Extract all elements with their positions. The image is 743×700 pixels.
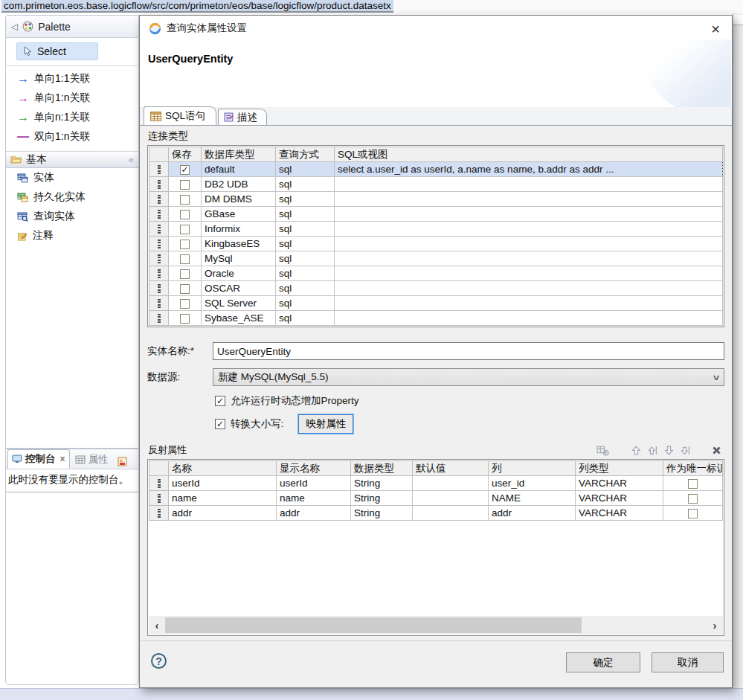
palette-tool-comment[interactable]: 注释 [6, 226, 138, 245]
file-path[interactable]: com.primeton.eos.base.logicflow/src/com/… [1, 0, 393, 13]
edit-properties-icon[interactable] [596, 445, 609, 456]
checkbox-unchecked[interactable] [688, 494, 698, 504]
ok-button[interactable]: 确定 [566, 652, 640, 672]
cancel-button[interactable]: 取消 [652, 652, 724, 672]
save-cell[interactable] [169, 266, 202, 281]
checkbox-unchecked[interactable] [180, 225, 190, 234]
horizontal-scrollbar[interactable]: ‹ › [149, 616, 723, 635]
row-handle[interactable] [149, 476, 169, 491]
table-row[interactable]: addr addr String addr VARCHAR [149, 506, 723, 521]
scroll-right-icon[interactable]: › [707, 618, 723, 633]
checkbox-unchecked[interactable] [180, 254, 190, 264]
checkbox-unchecked[interactable] [180, 314, 190, 324]
checkbox-unchecked[interactable] [180, 269, 190, 279]
header-default[interactable]: 默认值 [413, 461, 489, 476]
row-handle[interactable] [149, 207, 169, 222]
tab-partial[interactable] [114, 455, 131, 469]
close-icon[interactable]: × [60, 454, 65, 464]
scrollbar-thumb[interactable] [165, 617, 582, 633]
unique-cell[interactable] [663, 506, 723, 521]
checkbox-unchecked[interactable] [688, 509, 698, 518]
table-row[interactable]: name name String NAME VARCHAR [149, 491, 723, 506]
save-cell[interactable] [169, 281, 202, 296]
unique-cell[interactable] [663, 476, 723, 491]
save-cell[interactable] [169, 251, 202, 266]
header-sql[interactable]: SQL或视图 [335, 147, 723, 162]
table-row[interactable]: MySql sql [149, 251, 723, 266]
move-up-icon[interactable] [631, 446, 641, 455]
row-handle[interactable] [149, 237, 169, 251]
checkbox-unchecked[interactable] [180, 180, 190, 190]
save-cell[interactable] [169, 192, 202, 207]
tab-sql[interactable]: SQL语句 [144, 106, 216, 125]
table-row[interactable]: KingbaseES sql [149, 237, 723, 251]
palette-tool-relation-nto1[interactable]: → 单向n:1关联 [6, 108, 138, 127]
palette-tool-persistent-entity[interactable]: 持久化实体 [6, 187, 138, 207]
palette-tool-query-entity[interactable]: 查询实体 [6, 207, 138, 226]
row-handle[interactable] [149, 192, 169, 207]
header-unique[interactable]: 作为唯一标识 [663, 461, 723, 476]
checkbox-unchecked[interactable] [180, 210, 190, 219]
row-handle[interactable] [149, 162, 169, 177]
row-handle[interactable] [149, 177, 169, 192]
tab-properties[interactable]: 属性 [71, 451, 112, 469]
checkbox-unchecked[interactable] [180, 240, 190, 249]
checkbox-unchecked[interactable] [180, 195, 190, 205]
save-cell[interactable] [169, 237, 202, 251]
move-down-icon[interactable] [664, 446, 674, 455]
unique-cell[interactable] [663, 491, 723, 506]
checkbox-unchecked[interactable] [688, 479, 698, 489]
header-db-type[interactable]: 数据库类型 [202, 147, 276, 162]
table-row[interactable]: ✓ default sql select a.user_id as userId… [149, 162, 723, 177]
tab-console[interactable]: 控制台 × [7, 449, 70, 469]
delete-icon[interactable] [713, 446, 721, 455]
row-handle[interactable] [149, 266, 169, 281]
table-row[interactable]: Oracle sql [149, 266, 723, 281]
row-handle[interactable] [149, 281, 169, 296]
table-row[interactable]: DB2 UDB sql [149, 177, 723, 192]
table-row[interactable]: OSCAR sql [149, 281, 723, 296]
move-bottom-icon[interactable] [681, 446, 690, 455]
palette-tool-relation-1ton[interactable]: → 单向1:n关联 [6, 89, 138, 108]
help-button[interactable]: ? [151, 653, 167, 669]
pin-icon[interactable]: « [129, 154, 134, 165]
table-row[interactable]: DM DBMS sql [149, 192, 723, 207]
palette-tool-entity[interactable]: 实体 [6, 168, 138, 187]
palette-tool-relation-bidir[interactable]: — 双向1:n关联 [6, 127, 138, 147]
tab-description[interactable]: 描述 [218, 109, 267, 125]
collapse-left-icon[interactable]: ◁ [11, 22, 18, 32]
row-handle[interactable] [149, 296, 169, 311]
checkbox-checked[interactable]: ✓ [180, 165, 190, 175]
checkbox-unchecked[interactable] [180, 284, 190, 294]
save-cell[interactable] [169, 207, 202, 222]
save-cell[interactable] [169, 296, 202, 311]
header-column-type[interactable]: 列类型 [576, 461, 663, 476]
row-handle[interactable] [149, 222, 169, 237]
row-handle[interactable] [149, 251, 169, 266]
save-cell[interactable] [169, 177, 202, 192]
row-handle[interactable] [149, 506, 169, 521]
palette-tool-relation-1to1[interactable]: → 单向1:1关联 [6, 69, 138, 89]
row-handle[interactable] [149, 311, 169, 326]
table-row[interactable]: Sybase_ASE sql [149, 311, 723, 326]
checkbox-checked[interactable]: ✓ [215, 419, 225, 429]
table-row[interactable]: SQL Server sql [149, 296, 723, 311]
table-row[interactable]: Informix sql [149, 222, 723, 237]
save-cell[interactable] [169, 311, 202, 326]
header-data-type[interactable]: 数据类型 [351, 461, 413, 476]
header-query-mode[interactable]: 查询方式 [276, 147, 335, 162]
palette-group-basic[interactable]: 基本 « [6, 151, 138, 168]
header-column[interactable]: 列 [489, 461, 576, 476]
save-cell[interactable]: ✓ [169, 162, 202, 177]
palette-tool-select[interactable]: Select [16, 42, 98, 60]
table-row[interactable]: userId userId String user_id VARCHAR [149, 476, 723, 491]
close-icon[interactable]: × [711, 22, 720, 36]
checkbox-unchecked[interactable] [180, 299, 190, 309]
datasource-select[interactable]: 新建 MySQL(MySql_5.5) ∨ [213, 368, 724, 386]
row-handle[interactable] [149, 491, 169, 506]
header-save[interactable]: 保存 [169, 147, 202, 162]
header-name[interactable]: 名称 [169, 461, 277, 476]
move-top-icon[interactable] [648, 446, 657, 455]
header-display-name[interactable]: 显示名称 [277, 461, 351, 476]
entity-name-input[interactable]: UserQueryEntity [213, 342, 724, 360]
